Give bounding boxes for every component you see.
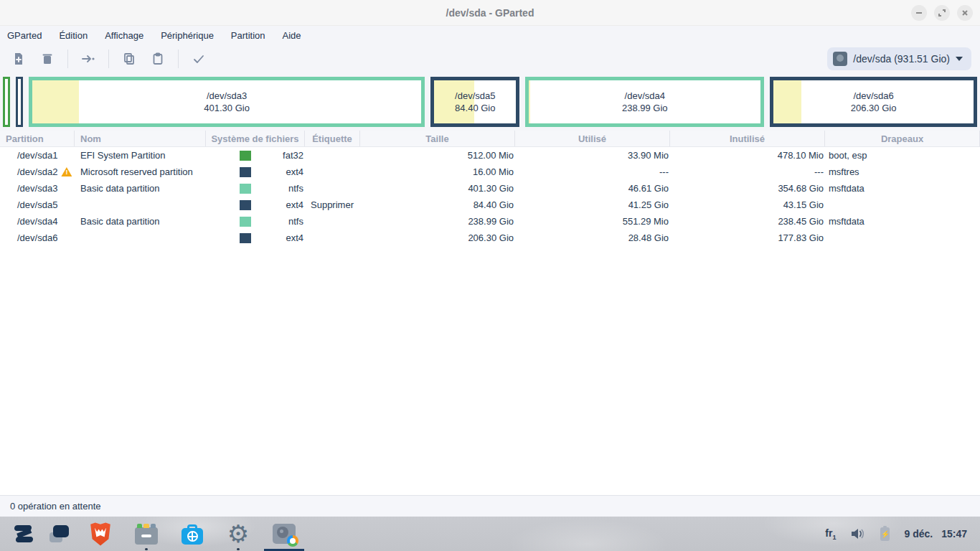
size-cell: 238.99 Gio [360,213,515,230]
flags-cell: msftdata [825,213,980,230]
flags-cell: msftres [825,164,980,180]
taskbar-app-software-store[interactable] [169,517,215,551]
name-cell [75,197,206,213]
taskbar-app-brave-browser[interactable] [77,517,123,551]
filesystem-cell: ext4 [206,230,305,246]
minimize-icon [915,9,923,17]
filesystem-color-swatch [240,200,251,210]
titlebar: /dev/sda - GParted [0,0,980,26]
dock: ⚙ [0,517,307,551]
filesystem-cell: ext4 [206,164,305,180]
battery-icon[interactable]: ⚡ [880,527,890,541]
disk-segment-sda6[interactable]: /dev/sda6206.30 Gio [770,77,977,127]
close-button[interactable] [957,5,973,21]
disk-segment-sda2[interactable] [16,77,23,127]
taskbar-app-gparted[interactable] [261,517,307,551]
partition-table: PartitionNomSystème de fichiersÉtiquette… [0,131,980,495]
taskbar-app-zorin-menu[interactable] [6,517,42,551]
disk-segment-sda5[interactable]: /dev/sda584.40 Gio [430,77,519,127]
software-store-icon [182,528,203,545]
label-cell [305,180,360,197]
column-header-taille[interactable]: Taille [360,131,515,146]
label-cell: Supprimer [305,197,360,213]
taskbar-app-settings[interactable]: ⚙ [215,517,261,551]
partition-cell: /dev/sda2! [0,164,75,180]
resize-move-icon [80,52,96,66]
filesystem-cell: fat32 [206,147,305,164]
paste-button[interactable] [143,47,172,70]
copy-button[interactable] [115,47,143,70]
column-header-etiquette[interactable]: Étiquette [305,131,360,146]
delete-partition-button[interactable] [33,47,62,70]
restore-button[interactable] [934,5,950,21]
menu-peripherique[interactable]: Périphérique [155,28,220,43]
brave-browser-icon [90,522,111,546]
size-cell: 206.30 Gio [360,230,515,246]
segment-label: /dev/sda4238.99 Gio [622,90,668,114]
partition-row-sda6[interactable]: /dev/sda6ext4206.30 Gio28.48 Gio177.83 G… [0,230,980,246]
window-switcher-icon [47,522,72,546]
used-space-fill [529,80,529,123]
menu-aide[interactable]: Aide [277,28,307,43]
size-cell: 401.30 Gio [360,180,515,197]
disk-segment-sda4[interactable]: /dev/sda4238.99 Gio [525,77,764,127]
desktop: /dev/sda - GParted GPartedÉditionAfficha… [0,0,980,551]
size-cell: 16.00 Mio [360,164,515,180]
device-selector[interactable]: /dev/sda (931.51 Gio) [827,47,971,70]
disk-icon [833,52,847,66]
partition-row-sda2[interactable]: /dev/sda2!Microsoft reserved partitionex… [0,164,980,180]
new-partition-icon [11,52,26,66]
clock[interactable]: 9 déc. 15:47 [904,528,967,540]
running-app-indicator [145,548,148,550]
column-header-nom[interactable]: Nom [75,131,206,146]
disk-segment-sda3[interactable]: /dev/sda3401.30 Gio [29,77,425,127]
file-manager-icon [135,527,158,545]
flags-cell: msftdata [825,180,980,197]
menu-affichage[interactable]: Affichage [99,28,149,43]
label-cell [305,147,360,164]
menu-gparted[interactable]: GParted [1,28,47,43]
partition-row-sda3[interactable]: /dev/sda3Basic data partitionntfs401.30 … [0,180,980,197]
keyboard-layout-indicator[interactable]: fr1 [825,527,836,541]
partition-row-sda1[interactable]: /dev/sda1EFI System Partitionfat32512.00… [0,147,980,164]
column-header-utilise[interactable]: Utilisé [515,131,670,146]
unused-cell: 238.45 Gio [670,213,825,230]
apply-icon [192,52,206,66]
column-header-drapeaux[interactable]: Drapeaux [825,131,980,146]
flags-cell [825,197,980,213]
taskbar-app-window-switcher[interactable] [42,517,77,551]
warning-icon: ! [61,167,72,176]
toolbar-separator [108,50,109,68]
partition-cell: /dev/sda5 [0,197,75,213]
window-title: /dev/sda - GParted [446,7,534,19]
partition-row-sda4[interactable]: /dev/sda4Basic data partitionntfs238.99 … [0,213,980,230]
used-cell: 551.29 Mio [515,213,670,230]
delete-partition-icon [40,52,55,66]
partition-row-sda5[interactable]: /dev/sda5ext4Supprimer84.40 Gio41.25 Gio… [0,197,980,213]
chevron-down-icon [956,57,963,61]
size-cell: 84.40 Gio [360,197,515,213]
disk-segment-sda1[interactable] [3,77,10,127]
apply-operations-button[interactable] [184,47,213,70]
menu-partition[interactable]: Partition [225,28,271,43]
minimize-button[interactable] [911,5,927,21]
close-icon [961,9,969,17]
taskbar-app-file-manager[interactable] [123,517,169,551]
unused-cell: 354.68 Gio [670,180,825,197]
filesystem-color-swatch [240,233,251,243]
filesystem-color-swatch [240,217,251,227]
time-label: 15:47 [941,528,967,540]
running-app-indicator [237,548,240,550]
used-space-fill [773,80,801,123]
menu-edition[interactable]: Édition [53,28,93,43]
volume-icon[interactable] [850,527,866,540]
unused-cell: 478.10 Mio [670,147,825,164]
resize-move-button[interactable] [74,47,103,70]
column-header-partition[interactable]: Partition [0,131,75,146]
partition-cell: /dev/sda6 [0,230,75,246]
new-partition-button[interactable] [4,47,33,70]
flags-cell: boot, esp [825,147,980,164]
segment-label: /dev/sda6206.30 Gio [851,90,897,114]
column-header-systemedefichiers[interactable]: Système de fichiers [206,131,305,146]
column-header-inutilise[interactable]: Inutilisé [670,131,825,146]
